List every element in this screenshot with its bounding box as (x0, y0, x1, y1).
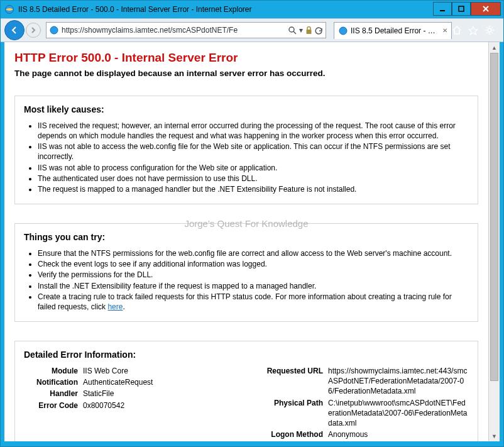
tab-strip: IIS 8.5 Detailed Error - 500.0 ... ✕ (334, 22, 452, 39)
svg-line-7 (293, 31, 296, 34)
svg-point-6 (289, 27, 294, 32)
forward-button[interactable] (26, 23, 41, 38)
back-button[interactable] (4, 20, 25, 40)
list-item: IIS was not able to access the web.confi… (38, 141, 469, 162)
try-last-suffix: . (123, 302, 124, 311)
svg-rect-2 (459, 6, 464, 11)
minimize-button[interactable] (433, 2, 452, 16)
detail-table: ModuleIIS Web Core NotificationAuthentic… (24, 366, 469, 441)
home-icon[interactable] (452, 25, 462, 35)
error-subtitle: The page cannot be displayed because an … (14, 69, 478, 78)
tab-close-icon[interactable]: ✕ (442, 27, 447, 34)
label-handler: Handler (24, 389, 83, 399)
detail-panel: Detailed Error Information: ModuleIIS We… (14, 341, 478, 441)
label-notification: Notification (24, 377, 83, 387)
favorites-icon[interactable] (468, 25, 478, 35)
try-panel: Jorge's Quest For Knowledge Things you c… (14, 223, 478, 322)
list-item: The authenticated user does not have per… (38, 174, 469, 184)
address-bar-icons: ▾ (288, 26, 323, 35)
navigation-bar: ▾ IIS 8.5 Detailed Error - 500.0 ... ✕ (1, 18, 503, 42)
list-item: IIS received the request; however, an in… (38, 121, 469, 141)
label-physpath: Physical Path (254, 398, 328, 429)
ie-tab-icon (338, 26, 348, 36)
value-errorcode: 0x80070542 (83, 400, 239, 411)
svg-point-5 (50, 26, 58, 34)
list-item: The request is mapped to a managed handl… (38, 184, 469, 194)
titlebar: IIS 8.5 Detailed Error - 500.0 - Interna… (1, 1, 503, 18)
browser-tab[interactable]: IIS 8.5 Detailed Error - 500.0 ... ✕ (334, 22, 452, 39)
list-item: Check the event logs to see if any addit… (38, 259, 469, 269)
refresh-icon[interactable] (315, 26, 323, 35)
search-icon[interactable] (288, 26, 297, 35)
label-module: Module (24, 366, 83, 376)
causes-heading: Most likely causes: (24, 104, 469, 116)
close-button[interactable] (471, 2, 501, 16)
list-item: Create a tracing rule to track failed re… (38, 292, 469, 312)
list-item: IIS was not able to process configuratio… (38, 163, 469, 173)
svg-point-10 (488, 28, 491, 32)
value-logonuser: Anonymous (328, 441, 469, 441)
lock-icon (305, 26, 312, 35)
svg-line-17 (486, 33, 488, 34)
window-controls (433, 2, 501, 14)
page-content: HTTP Error 500.0 - Internal Server Error… (4, 42, 488, 441)
list-item: Install the .NET Extensibility feature i… (38, 281, 469, 291)
try-last-prefix: Create a tracing rule to track failed re… (38, 292, 452, 311)
window-frame: IIS 8.5 Detailed Error - 500.0 - Interna… (0, 0, 504, 447)
vertical-scrollbar[interactable]: ▲ ▼ (488, 42, 500, 441)
svg-point-9 (339, 27, 347, 35)
label-requrl: Requested URL (254, 366, 328, 397)
svg-rect-1 (440, 10, 445, 11)
command-bar (452, 25, 500, 35)
causes-panel: Most likely causes: IIS received the req… (14, 96, 478, 204)
scroll-thumb[interactable] (490, 53, 498, 381)
list-item: Ensure that the NTFS permissions for the… (38, 248, 469, 258)
value-logonmethod: Anonymous (328, 429, 469, 439)
svg-line-16 (492, 33, 493, 34)
here-link[interactable]: here (107, 302, 123, 311)
address-bar[interactable]: ▾ (46, 22, 326, 38)
svg-line-15 (486, 27, 488, 28)
window-title: IIS 8.5 Detailed Error - 500.0 - Interna… (18, 5, 433, 14)
value-handler: StaticFile (83, 389, 239, 399)
url-input[interactable] (62, 23, 288, 37)
watermark-text: Jorge's Quest For Knowledge (15, 218, 478, 230)
detail-heading: Detailed Error Information: (24, 349, 469, 361)
svg-rect-8 (307, 30, 312, 34)
scroll-up-icon[interactable]: ▲ (489, 42, 500, 53)
tools-icon[interactable] (485, 25, 495, 35)
svg-line-18 (492, 27, 493, 28)
dropdown-icon[interactable]: ▾ (299, 26, 303, 35)
detail-col-right: Requested URLhttps://showmyclaims.iamtec… (254, 366, 469, 441)
maximize-button[interactable] (452, 2, 471, 16)
scroll-down-icon[interactable]: ▼ (489, 431, 500, 441)
value-notification: AuthenticateRequest (83, 377, 239, 387)
try-list: Ensure that the NTFS permissions for the… (24, 248, 469, 312)
label-logonmethod: Logon Method (254, 429, 328, 439)
error-title: HTTP Error 500.0 - Internal Server Error (14, 51, 478, 65)
value-module: IIS Web Core (83, 366, 239, 376)
value-requrl: https://showmyclaims.iamtec.net:443/smcA… (328, 366, 469, 397)
tab-label: IIS 8.5 Detailed Error - 500.0 ... (351, 26, 439, 35)
label-errorcode: Error Code (24, 400, 83, 411)
value-physpath: C:\inetpub\wwwroot\smcASPdotNET\Federati… (328, 398, 469, 429)
ie-icon (4, 4, 14, 14)
try-heading: Things you can try: (24, 231, 469, 243)
label-logonuser: Logon User (254, 441, 328, 441)
detail-col-left: ModuleIIS Web Core NotificationAuthentic… (24, 366, 239, 441)
ie-favicon-icon (49, 25, 59, 35)
causes-list: IIS received the request; however, an in… (24, 121, 469, 194)
list-item: Verify the permissions for the DLL. (38, 270, 469, 280)
